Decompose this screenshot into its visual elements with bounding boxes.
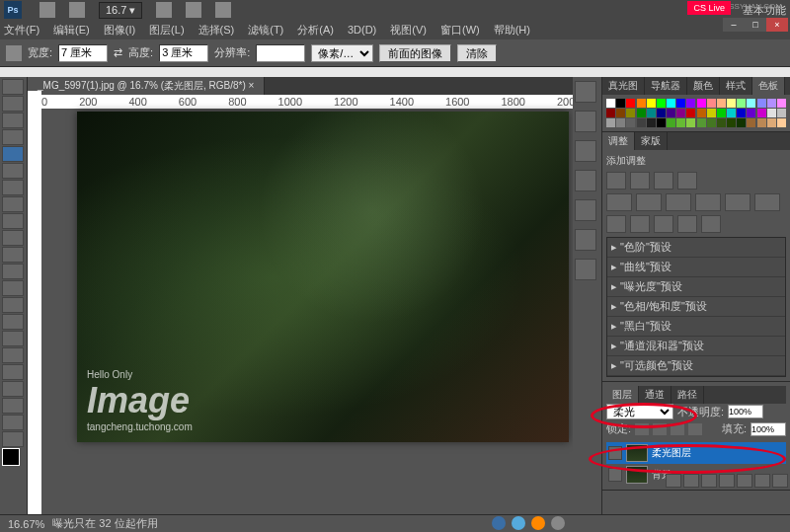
preset-item[interactable]: ▶"曲线"预设 (607, 258, 785, 277)
swatch[interactable] (686, 118, 695, 127)
menu-layer[interactable]: 图层(L) (149, 23, 184, 38)
swatch[interactable] (616, 109, 625, 117)
swatch[interactable] (686, 99, 695, 108)
path-tool[interactable] (2, 347, 24, 363)
swatch[interactable] (707, 99, 716, 108)
swatch[interactable] (606, 118, 615, 127)
swatch[interactable] (676, 109, 685, 117)
swatch[interactable] (637, 99, 646, 108)
3d-tool[interactable] (2, 381, 24, 397)
link-layers-icon[interactable] (666, 474, 681, 488)
menu-analyze[interactable]: 分析(A) (297, 23, 334, 38)
history-icon[interactable] (575, 81, 596, 103)
preset-item[interactable]: ▶"黑白"预设 (607, 317, 785, 337)
eraser-tool[interactable] (2, 247, 24, 263)
tab-masks[interactable]: 家版 (635, 132, 668, 150)
screenmode-icon[interactable] (215, 2, 231, 18)
hand-tool[interactable] (2, 415, 24, 430)
type-tool[interactable] (2, 331, 24, 346)
swatch[interactable] (606, 109, 615, 117)
curves-icon[interactable] (654, 172, 673, 190)
dodge-tool[interactable] (2, 297, 24, 313)
swatch[interactable] (657, 99, 666, 108)
swatch[interactable] (747, 109, 755, 117)
tab-layers[interactable]: 图层 (606, 386, 639, 404)
swatch[interactable] (637, 109, 646, 117)
menu-window[interactable]: 窗口(W) (440, 23, 480, 38)
tab-paths[interactable]: 路径 (672, 386, 704, 404)
tab-color[interactable]: 颜色 (687, 77, 720, 95)
swatch[interactable] (676, 99, 685, 108)
group-icon[interactable] (737, 474, 752, 488)
marquee-tool[interactable] (2, 96, 24, 112)
heal-tool[interactable] (2, 180, 24, 195)
foreground-color[interactable] (2, 448, 20, 466)
hand-icon[interactable] (156, 2, 172, 18)
preset-item[interactable]: ▶"曝光度"预设 (607, 277, 785, 297)
menu-filter[interactable]: 滤镜(T) (248, 23, 283, 38)
menu-file[interactable]: 文件(F) (4, 23, 40, 38)
swatch[interactable] (747, 99, 755, 108)
paragraph-icon[interactable] (575, 259, 596, 280)
swatch[interactable] (616, 118, 625, 127)
arrange-icon[interactable] (186, 2, 201, 18)
swatch[interactable] (626, 118, 635, 127)
shape-tool[interactable] (2, 364, 24, 380)
pen-tool[interactable] (2, 314, 24, 330)
menu-help[interactable]: 帮助(H) (494, 23, 530, 38)
moon-icon[interactable] (512, 516, 525, 530)
trash-icon[interactable] (551, 516, 565, 530)
swatch[interactable] (737, 118, 746, 127)
swatch[interactable] (707, 118, 716, 127)
res-input[interactable] (256, 44, 305, 62)
preset-item[interactable]: ▶"可选颜色"预设 (607, 356, 785, 376)
res-unit-select[interactable]: 像素/… (311, 44, 373, 62)
swatch[interactable] (767, 118, 776, 127)
warning-icon[interactable] (531, 516, 545, 530)
document-tab[interactable]: _MG_5997(1).jpg @ 16.7% (柔光图层, RGB/8*) × (28, 77, 265, 95)
photofilter-icon[interactable] (725, 193, 750, 211)
tab-styles[interactable]: 样式 (720, 77, 752, 95)
swatch[interactable] (697, 99, 706, 108)
swatch[interactable] (697, 118, 706, 127)
delete-layer-icon[interactable] (772, 474, 788, 488)
swatch[interactable] (637, 118, 646, 127)
swatch[interactable] (777, 99, 786, 108)
actions-icon[interactable] (575, 111, 596, 132)
preset-item[interactable]: ▶"色阶"预设 (607, 238, 785, 258)
blend-mode-select[interactable]: 柔光 (606, 404, 673, 419)
invert-icon[interactable] (606, 215, 626, 233)
zoom-dropdown[interactable]: 16.7 ▾ (99, 2, 142, 19)
swatch[interactable] (717, 109, 726, 117)
threshold-icon[interactable] (654, 215, 673, 233)
menu-3d[interactable]: 3D(D) (348, 24, 376, 36)
swatch[interactable] (667, 118, 675, 127)
brightness-icon[interactable] (606, 172, 626, 190)
swatch[interactable] (667, 99, 675, 108)
swatch[interactable] (737, 109, 746, 117)
menu-edit[interactable]: 编辑(E) (53, 23, 90, 38)
layer-thumbnail[interactable] (626, 444, 648, 462)
fill-adjust-icon[interactable] (719, 474, 735, 488)
cslive-badge[interactable]: CS Live (687, 1, 731, 15)
blur-tool[interactable] (2, 280, 24, 296)
swatch[interactable] (757, 118, 766, 127)
opacity-input[interactable] (728, 405, 763, 418)
exposure-icon[interactable] (677, 172, 697, 190)
minibridge-icon[interactable] (69, 2, 85, 18)
swatch[interactable] (657, 109, 666, 117)
crop-tool[interactable] (2, 146, 24, 162)
lock-transparency-icon[interactable] (635, 423, 649, 435)
crop-tool-icon[interactable] (6, 45, 22, 61)
swatch[interactable] (647, 109, 656, 117)
tool-presets-icon[interactable] (575, 140, 596, 162)
eyedropper-tool[interactable] (2, 163, 24, 179)
swatch[interactable] (626, 99, 635, 108)
menu-view[interactable]: 视图(V) (390, 23, 427, 38)
swatch[interactable] (777, 109, 786, 117)
swatch[interactable] (767, 99, 776, 108)
swatch[interactable] (686, 109, 695, 117)
visibility-icon[interactable] (608, 446, 622, 460)
swatch[interactable] (697, 109, 706, 117)
fill-input[interactable] (750, 422, 786, 436)
